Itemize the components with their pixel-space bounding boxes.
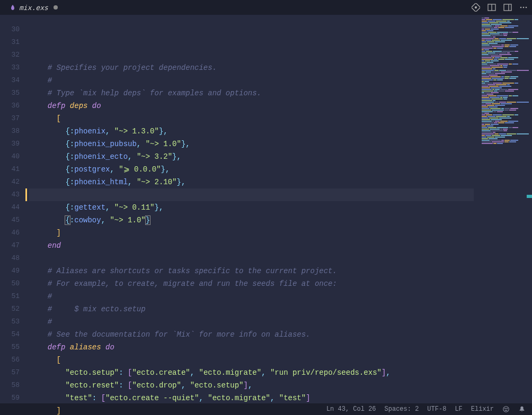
- minimap-line: [482, 46, 529, 47]
- minimap-line: [482, 118, 529, 119]
- minimap-line: [482, 48, 529, 49]
- code-line: defp deps do: [29, 100, 532, 112]
- minimap-line: [482, 40, 529, 41]
- minimap-line: [482, 89, 529, 90]
- line-number: 34: [0, 74, 20, 87]
- svg-point-6: [520, 7, 522, 8]
- minimap-line: [482, 137, 529, 138]
- line-number-gutter: 3031323334353637383940414243444546474849…: [0, 15, 29, 403]
- minimap-line: [482, 121, 529, 122]
- minimap-line: [482, 111, 529, 112]
- minimap-line: [482, 60, 529, 61]
- line-number: 52: [0, 303, 20, 315]
- minimap-line: [482, 108, 529, 109]
- code-line: # Type `mix help deps` for examples and …: [29, 87, 532, 100]
- split-editor-icon[interactable]: [487, 3, 496, 12]
- minimap-line: [482, 27, 529, 28]
- minimap-line: [482, 78, 529, 79]
- minimap-line: [482, 44, 529, 46]
- minimap-line: [482, 71, 529, 73]
- minimap-line: [482, 43, 529, 44]
- minimap-line: [482, 140, 529, 141]
- minimap-line: [482, 67, 529, 68]
- minimap-line: [482, 62, 529, 63]
- line-number: 54: [0, 328, 20, 341]
- minimap-line: [482, 32, 529, 33]
- code-line: [: [29, 112, 532, 125]
- minimap-line: [482, 105, 529, 106]
- source-control-icon[interactable]: [472, 3, 480, 12]
- line-number: 31: [0, 36, 20, 49]
- minimap-line: [482, 100, 529, 101]
- svg-point-7: [523, 7, 525, 8]
- code-line: {:phoenix_ecto, "~> 3.2"},: [29, 150, 532, 163]
- minimap-line: [482, 29, 529, 30]
- minimap-line: [482, 54, 529, 55]
- minimap-line: [482, 51, 529, 52]
- minimap-line: [482, 132, 529, 133]
- code-line: # $ mix ecto.setup: [29, 303, 532, 315]
- code-line: [: [29, 354, 532, 366]
- code-line: # Specifies your project dependencies.: [29, 61, 532, 74]
- minimap-line: [482, 38, 529, 39]
- line-number: 32: [0, 49, 20, 61]
- minimap-line: [482, 119, 529, 120]
- minimap-line: [482, 52, 529, 53]
- minimap-line: [482, 86, 529, 87]
- line-number: 33: [0, 61, 20, 74]
- minimap-line: [482, 124, 529, 125]
- tab-mix-exs[interactable]: mix.exs: [4, 0, 63, 15]
- minimap-line: [482, 110, 529, 111]
- minimap-line: [482, 98, 529, 100]
- code-line: defp aliases do: [29, 341, 532, 354]
- minimap-line: [482, 75, 529, 76]
- minimap-line: [482, 138, 529, 139]
- code-line: ]: [29, 227, 532, 239]
- minimap-line: [482, 102, 529, 103]
- svg-point-8: [526, 7, 527, 8]
- more-actions-icon[interactable]: [519, 3, 528, 12]
- svg-point-1: [475, 7, 477, 8]
- line-number: 40: [0, 150, 20, 163]
- minimap-line: [482, 17, 529, 19]
- minimap-line: [482, 57, 529, 58]
- minimap[interactable]: [479, 15, 532, 403]
- code-line: {:phoenix, "~> 1.3.0"},: [29, 125, 532, 138]
- code-line: "ecto.setup": ["ecto.create", "ecto.migr…: [29, 366, 532, 379]
- elixir-file-icon: [10, 4, 16, 11]
- minimap-line: [482, 19, 529, 20]
- layout-icon[interactable]: [503, 3, 512, 12]
- minimap-line: [482, 113, 529, 114]
- minimap-line: [482, 25, 529, 26]
- line-number: 38: [0, 125, 20, 138]
- code-line: #: [29, 74, 532, 87]
- minimap-line: [482, 130, 529, 131]
- line-number: 55: [0, 341, 20, 354]
- minimap-line: [482, 94, 529, 95]
- line-number: 41: [0, 163, 20, 176]
- minimap-line: [482, 97, 529, 98]
- line-number: 51: [0, 290, 20, 303]
- code-line: ]: [29, 404, 532, 415]
- line-number: 39: [0, 138, 20, 150]
- tab-bar: mix.exs: [4, 0, 63, 15]
- minimap-line: [482, 73, 529, 74]
- minimap-line: [482, 141, 529, 142]
- minimap-line: [482, 135, 529, 136]
- minimap-line: [482, 79, 529, 80]
- minimap-line: [482, 133, 529, 134]
- minimap-line: [482, 22, 529, 23]
- line-number: 30: [0, 23, 20, 36]
- code-line: {:phoenix_pubsub, "~> 1.0"},: [29, 138, 532, 150]
- line-number: 57: [0, 366, 20, 379]
- minimap-line: [482, 91, 529, 92]
- code-line: #: [29, 290, 532, 303]
- minimap-line: [482, 87, 529, 88]
- line-number: 43: [0, 188, 20, 201]
- code-line: end: [29, 239, 532, 252]
- code-editor[interactable]: # Specifies your project dependencies. #…: [29, 15, 532, 403]
- minimap-line: [482, 122, 529, 123]
- minimap-line: [482, 70, 529, 71]
- code-line: #: [29, 315, 532, 328]
- minimap-line: [482, 143, 529, 144]
